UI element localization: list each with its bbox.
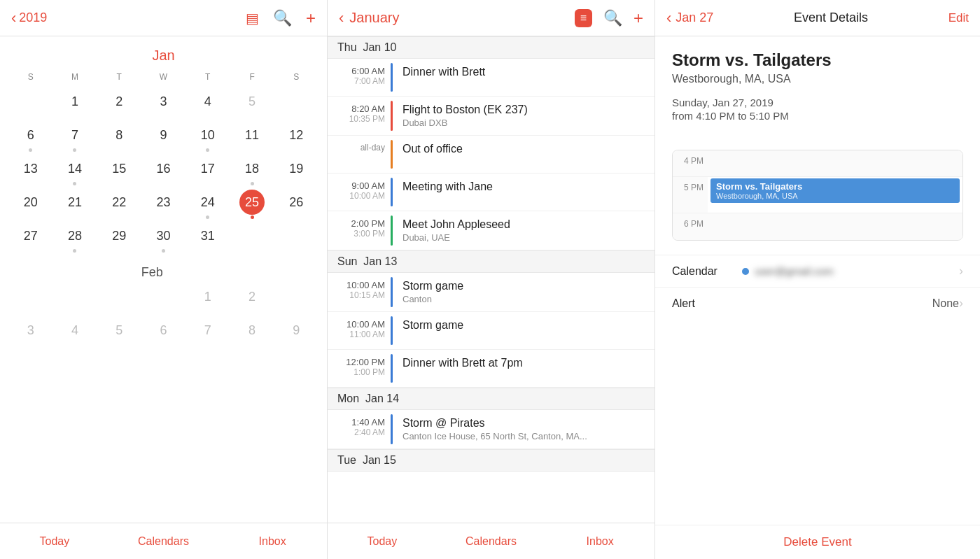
cal-day-15[interactable]: 15: [97, 155, 141, 187]
cal-day-17[interactable]: 17: [186, 155, 230, 187]
event-john-appleseed[interactable]: 2:00 PM 3:00 PM Meet John Appleseed Duba…: [328, 211, 654, 250]
event-subtitle-pirates: Canton Ice House, 65 North St, Canton, M…: [402, 431, 645, 441]
event-out-of-office[interactable]: all-day Out of office: [328, 136, 654, 174]
event-storm-game-1[interactable]: 10:00 AM 10:15 AM Storm game Canton: [328, 273, 654, 312]
detail-alert-row[interactable]: Alert None ›: [655, 287, 980, 319]
cal-feb-2[interactable]: 2: [230, 283, 274, 315]
event-storm-pirates[interactable]: 1:40 AM 2:40 AM Storm @ Pirates Canton I…: [328, 410, 654, 449]
event-title-flight: Flight to Boston (EK 237): [402, 104, 645, 116]
event-time-dinner7: 12:00 PM 1:00 PM: [328, 350, 391, 387]
left-tab-today[interactable]: Today: [0, 523, 109, 559]
event-flight-boston[interactable]: 8:20 AM 10:35 PM Flight to Boston (EK 23…: [328, 97, 654, 136]
mini-event-storm[interactable]: Storm vs. Tailgaters Westborough, MA, US…: [710, 178, 960, 203]
right-back-button[interactable]: ‹: [666, 9, 671, 27]
cal-day-18[interactable]: 18: [230, 155, 274, 187]
middle-tab-today[interactable]: Today: [328, 523, 437, 559]
cal-day-11[interactable]: 11: [230, 121, 274, 153]
cal-day-6[interactable]: 6: [8, 121, 52, 153]
cal-day-10[interactable]: 10: [186, 121, 230, 153]
add-event-icon[interactable]: +: [306, 8, 316, 28]
cal-day-20[interactable]: 20: [8, 188, 52, 220]
cal-feb-8[interactable]: 8: [230, 316, 274, 348]
cal-day-1[interactable]: 1: [52, 87, 97, 120]
cal-day-14[interactable]: 14: [52, 155, 97, 187]
mini-day-row-5pm: 5 PM Storm vs. Tailgaters Westborough, M…: [673, 177, 962, 213]
mini-time-6pm: 6 PM: [673, 213, 708, 240]
list-view-toggle[interactable]: ≡: [575, 9, 592, 27]
cal-day-12[interactable]: 12: [274, 121, 318, 153]
cal-day-30[interactable]: 30: [141, 222, 186, 254]
calendar-color-dot: [742, 268, 749, 275]
middle-add-icon[interactable]: +: [634, 8, 643, 28]
left-tab-calendars[interactable]: Calendars: [109, 523, 218, 559]
calendar-value: user@gmail.com: [742, 265, 959, 277]
cal-feb-5[interactable]: 5: [97, 316, 141, 348]
current-month-label[interactable]: Jan: [8, 48, 318, 64]
middle-month-title[interactable]: January: [349, 10, 399, 26]
grid-view-icon[interactable]: ▤: [246, 10, 259, 27]
event-time-dinner: 6:00 AM 7:00 AM: [328, 59, 391, 96]
event-dinner-7pm[interactable]: 12:00 PM 1:00 PM Dinner with Brett at 7p…: [328, 350, 654, 388]
middle-panel: ‹ January ≡ 🔍 + Thu Jan 10 6:00 AM 7:00 …: [328, 0, 655, 559]
year-title[interactable]: 2019: [19, 10, 47, 25]
edit-event-button[interactable]: Edit: [948, 11, 969, 25]
alert-value: None: [742, 297, 959, 310]
day-header-thu: T: [186, 71, 230, 86]
middle-tab-calendars[interactable]: Calendars: [437, 523, 546, 559]
cal-day-4[interactable]: 4: [186, 87, 230, 120]
right-panel-title: Event Details: [794, 10, 868, 25]
cal-day-25-today[interactable]: 25: [230, 188, 274, 220]
cal-day-5[interactable]: 5: [230, 87, 274, 120]
cal-day-26[interactable]: 26: [274, 188, 318, 220]
delete-event-button[interactable]: Delete Event: [783, 535, 851, 549]
event-subtitle-storm1: Canton: [402, 294, 645, 304]
day-header-jan13-date: Jan 13: [363, 255, 397, 267]
mini-event-slot-5pm[interactable]: Storm vs. Tailgaters Westborough, MA, US…: [708, 177, 962, 213]
event-content-ooo: Out of office: [393, 136, 654, 173]
day-header-jan15-date: Jan 15: [363, 454, 396, 466]
cal-day-31[interactable]: 31: [186, 222, 230, 254]
cal-day-8[interactable]: 8: [97, 121, 141, 153]
cal-feb-9[interactable]: 9: [274, 316, 318, 348]
right-date-label[interactable]: Jan 27: [676, 10, 713, 25]
cal-day-23[interactable]: 23: [141, 188, 186, 220]
alert-value-text: None: [932, 297, 959, 310]
cal-day-9[interactable]: 9: [141, 121, 186, 153]
cal-day-29[interactable]: 29: [97, 222, 141, 254]
event-storm-game-2[interactable]: 10:00 AM 11:00 AM Storm game: [328, 312, 654, 350]
cal-day-28[interactable]: 28: [52, 222, 97, 254]
cal-day-13[interactable]: 13: [8, 155, 52, 187]
middle-tab-inbox[interactable]: Inbox: [545, 523, 654, 559]
mini-event-slot-6pm: [708, 213, 962, 240]
detail-event-date: Sunday, Jan 27, 2019: [672, 97, 963, 108]
cal-day-7[interactable]: 7: [52, 121, 97, 153]
cal-feb-1[interactable]: 1: [186, 283, 230, 315]
event-meeting-jane[interactable]: 9:00 AM 10:00 AM Meeting with Jane: [328, 174, 654, 211]
cal-day-24[interactable]: 24: [186, 188, 230, 220]
cal-day-empty-4: [274, 222, 318, 254]
cal-feb-7[interactable]: 7: [186, 316, 230, 348]
event-dinner-brett[interactable]: 6:00 AM 7:00 AM Dinner with Brett: [328, 59, 654, 97]
left-tab-inbox[interactable]: Inbox: [218, 523, 327, 559]
cal-day-19[interactable]: 19: [274, 155, 318, 187]
middle-search-icon[interactable]: 🔍: [603, 9, 622, 27]
search-icon[interactable]: 🔍: [273, 9, 292, 27]
cal-day-2[interactable]: 2: [97, 87, 141, 120]
cal-feb-label-row: Feb: [8, 260, 318, 281]
cal-day-empty-1: [8, 87, 52, 120]
cal-feb-6[interactable]: 6: [141, 316, 186, 348]
cal-day-16[interactable]: 16: [141, 155, 186, 187]
cal-day-3[interactable]: 3: [141, 87, 186, 120]
cal-day-27[interactable]: 27: [8, 222, 52, 254]
cal-day-22[interactable]: 22: [97, 188, 141, 220]
cal-feb-3[interactable]: 3: [8, 316, 52, 348]
middle-back-button[interactable]: ‹: [339, 9, 344, 27]
left-header-icons: ▤ 🔍 +: [246, 8, 316, 28]
cal-feb-4[interactable]: 4: [52, 316, 97, 348]
event-title-dinner: Dinner with Brett: [402, 66, 645, 78]
cal-feb-empty-2: [52, 283, 97, 315]
day-header-wed: W: [141, 71, 186, 86]
detail-calendar-row[interactable]: Calendar user@gmail.com ›: [655, 255, 980, 287]
cal-day-21[interactable]: 21: [52, 188, 97, 220]
year-back-button[interactable]: ‹: [11, 9, 16, 27]
